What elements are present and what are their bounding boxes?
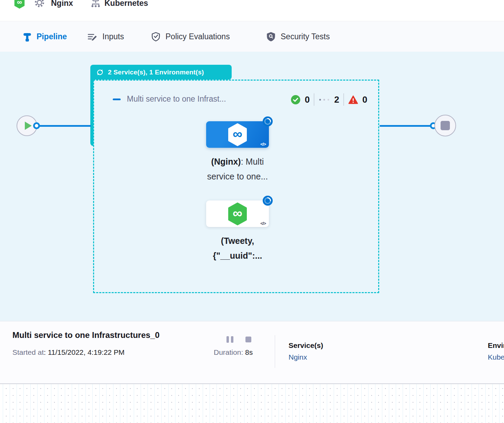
tab-pipeline-label: Pipeline	[37, 32, 67, 41]
services-label: Service(s)	[289, 341, 323, 350]
tab-bar: Pipeline Inputs Policy Evaluations Secur…	[0, 22, 504, 52]
security-shield-icon	[266, 32, 276, 42]
loop-icon	[96, 68, 104, 76]
pipeline-execution-page: ∞ Nginx Kubernetes Pipeline	[0, 0, 504, 423]
inputs-icon	[87, 32, 98, 42]
harness-node-icon: ∞	[227, 203, 248, 225]
started-at: Started at: 11/15/2022, 4:19:22 PM	[12, 348, 124, 357]
node-tweety-service[interactable]: ∞ </>	[206, 200, 269, 227]
connector-dot-left[interactable]	[33, 122, 40, 129]
console-grid-area[interactable]	[0, 383, 504, 423]
duration: Duration: 8s	[214, 348, 253, 357]
footer-divider	[275, 335, 275, 368]
edge-start-to-stage	[39, 125, 91, 127]
tab-policy-evaluations-label: Policy Evaluations	[165, 32, 230, 41]
tab-pipeline[interactable]: Pipeline	[13, 22, 77, 52]
tab-security-tests[interactable]: Security Tests	[266, 22, 330, 52]
node-nginx-service[interactable]: ∞ </>	[206, 121, 269, 148]
edge-stage-to-end	[380, 125, 432, 127]
spinner-icon	[262, 116, 273, 127]
running-count: 2	[334, 94, 339, 105]
pipeline-canvas[interactable]: 2 Service(s), 1 Environment(s) Multi ser…	[0, 52, 504, 321]
tab-inputs-label: Inputs	[102, 32, 124, 41]
stop-button[interactable]	[245, 337, 251, 342]
harness-service-logo-icon: ∞	[14, 0, 25, 9]
failed-count: 0	[362, 94, 367, 105]
services-environments-badge-label: 2 Service(s), 1 Environment(s)	[108, 69, 204, 76]
execution-title: Multi service to one Infrastructures_0	[12, 330, 160, 340]
node-tweety-name: (Tweety,	[169, 234, 306, 248]
node-nginx-name-suffix: : Multi	[241, 157, 264, 166]
harness-node-icon: ∞	[227, 123, 248, 146]
warning-triangle-icon	[348, 95, 358, 104]
services-summary: Service(s) Nginx	[289, 341, 323, 361]
code-icon: </>	[260, 221, 266, 226]
tab-inputs[interactable]: Inputs	[87, 22, 124, 52]
gear-icon[interactable]	[34, 0, 45, 8]
started-at-value: : 11/15/2022, 4:19:22 PM	[44, 348, 124, 356]
minus-collapse-icon[interactable]	[113, 99, 121, 100]
code-icon: </>	[260, 142, 266, 147]
spinner-icon	[262, 195, 273, 206]
environment-label: Environment(s)	[488, 341, 504, 350]
breadcrumb: ∞ Nginx Kubernetes	[0, 0, 504, 21]
svg-text:∞: ∞	[233, 206, 242, 220]
duration-value: 8s	[245, 348, 253, 356]
success-count: 0	[305, 94, 310, 105]
infrastructure-icon[interactable]	[90, 0, 101, 8]
node-nginx-name: (Nginx)	[211, 157, 241, 166]
breadcrumb-environment-name[interactable]: Kubernetes	[104, 0, 148, 8]
tab-policy-evaluations[interactable]: Policy Evaluations	[151, 22, 230, 52]
policy-shield-icon	[151, 32, 161, 42]
breadcrumb-service-name[interactable]: Nginx	[51, 0, 73, 8]
node-nginx-label: (Nginx): Multi service to one...	[169, 154, 306, 184]
tab-security-tests-label: Security Tests	[281, 32, 330, 41]
pause-button[interactable]	[226, 336, 233, 343]
stage-title[interactable]: Multi service to one Infrast...	[127, 94, 226, 104]
stop-square-icon	[441, 121, 450, 130]
execution-summary-bar: Multi service to one Infrastructures_0 S…	[0, 321, 504, 383]
count-divider	[343, 93, 344, 106]
node-nginx-label-line2: service to one...	[169, 169, 306, 184]
check-circle-icon	[291, 95, 301, 105]
duration-label: Duration:	[214, 348, 245, 356]
environment-value-link[interactable]: Kubernetes	[488, 353, 504, 361]
services-environments-badge[interactable]: 2 Service(s), 1 Environment(s)	[90, 65, 232, 80]
environment-summary: Environment(s) Kubernetes	[488, 341, 504, 361]
node-tweety-label-line2: {"__uuid":...	[169, 248, 306, 263]
node-tweety-label: (Tweety, {"__uuid":...	[169, 234, 306, 263]
stage-status-counts: 0 2 0	[291, 92, 367, 107]
svg-text:∞: ∞	[233, 126, 242, 141]
count-divider	[314, 93, 314, 106]
svg-text:∞: ∞	[17, 0, 22, 6]
services-value-link[interactable]: Nginx	[289, 353, 323, 361]
play-icon	[25, 122, 32, 130]
pipeline-icon	[23, 32, 32, 42]
pipeline-end-node[interactable]	[434, 115, 456, 136]
running-dots-icon	[319, 99, 330, 101]
started-at-label: Started at	[12, 348, 44, 356]
